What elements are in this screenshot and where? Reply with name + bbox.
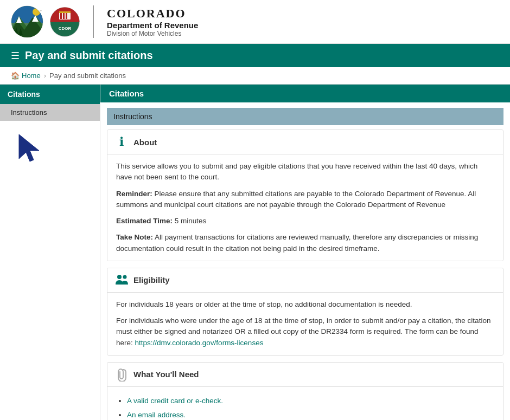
eligibility-body: For individuals 18 years or older at the…	[107, 293, 503, 355]
breadcrumb-separator: ›	[44, 72, 46, 80]
what-section-header: What You'll Need	[107, 363, 503, 387]
home-icon: 🏠	[11, 72, 20, 80]
what-you-need-section: What You'll Need A valid credit card or …	[107, 362, 503, 420]
cursor-indicator	[16, 132, 100, 164]
svg-point-22	[117, 275, 122, 279]
sidebar-item-instructions[interactable]: Instructions	[0, 104, 100, 121]
svg-text:™: ™	[39, 9, 42, 12]
about-para4-rest: All payment transactions for citations a…	[116, 233, 478, 252]
svg-point-23	[123, 275, 127, 279]
eligibility-para1: For individuals 18 years or older at the…	[116, 299, 494, 310]
about-para3-rest: 5 minutes	[173, 217, 206, 225]
what-title: What You'll Need	[133, 370, 199, 379]
org-name-line2: Department of Revenue	[107, 21, 198, 30]
svg-text:CDOR: CDOR	[59, 26, 72, 31]
org-name-line3: Division of Motor Vehicles	[107, 30, 198, 37]
breadcrumb-home-link[interactable]: 🏠 Home	[11, 72, 41, 80]
about-body: This service allows you to submit and pa…	[107, 154, 503, 261]
breadcrumb-home-label: Home	[22, 72, 41, 80]
about-title: About	[133, 138, 157, 147]
about-para3: Estimated Time: 5 minutes	[116, 216, 494, 227]
cdor-logo: CDOR	[50, 7, 80, 37]
what-item-2: An email address.	[127, 410, 494, 420]
eligibility-section: Eligibility For individuals 18 years or …	[107, 268, 503, 356]
svg-marker-21	[19, 134, 39, 161]
org-name-line1: COLORADO	[107, 7, 198, 21]
page-title-bar: ☰ Pay and submit citations	[0, 44, 510, 67]
svg-rect-19	[59, 11, 71, 13]
org-text: COLORADO Department of Revenue Division …	[107, 7, 198, 37]
about-para2: Reminder: Please ensure that any submitt…	[116, 189, 494, 211]
header-divider	[93, 5, 94, 38]
eligibility-para2: For individuals who were under the age o…	[116, 315, 494, 348]
paperclip-icon	[114, 367, 129, 382]
page-title: Pay and submit citations	[25, 49, 153, 62]
about-para3-bold: Estimated Time:	[116, 217, 173, 225]
breadcrumb-current: Pay and submit citations	[49, 72, 126, 80]
content-area: Citations Instructions ℹ About This serv…	[100, 85, 510, 420]
content-header: Citations	[100, 85, 510, 102]
colorado-flag-logo: ™	[11, 5, 43, 38]
eligibility-title: Eligibility	[133, 275, 170, 285]
info-icon: ℹ	[114, 134, 129, 150]
about-para4-bold: Take Note:	[116, 233, 153, 241]
content-body: Instructions ℹ About This service allows…	[100, 108, 510, 420]
sidebar-item-citations[interactable]: Citations	[0, 85, 100, 104]
eligibility-forms-link[interactable]: https://dmv.colorado.gov/forms-licenses	[135, 339, 264, 347]
people-icon	[114, 273, 129, 288]
logo-area: ™ CDOR COLORADO Department of Revenue	[11, 5, 198, 38]
site-header: ™ CDOR COLORADO Department of Revenue	[0, 0, 510, 44]
breadcrumb: 🏠 Home › Pay and submit citations	[0, 67, 510, 85]
about-section: ℹ About This service allows you to submi…	[107, 130, 503, 261]
what-body: A valid credit card or e-check. An email…	[107, 387, 503, 420]
about-para4: Take Note: All payment transactions for …	[116, 232, 494, 254]
about-para1: This service allows you to submit and pa…	[116, 161, 494, 183]
svg-rect-16	[60, 12, 62, 19]
sidebar-sub-label: Instructions	[11, 108, 47, 117]
hamburger-icon[interactable]: ☰	[11, 50, 20, 62]
about-para2-bold: Reminder:	[116, 190, 152, 198]
about-para2-rest: Please ensure that any submitted citatio…	[116, 190, 476, 209]
sidebar: Citations Instructions	[0, 85, 100, 420]
what-item-1: A valid credit card or e-check.	[127, 396, 494, 406]
what-list: A valid credit card or e-check. An email…	[127, 396, 494, 420]
main-layout: Citations Instructions Citations Instruc…	[0, 85, 510, 420]
about-section-header: ℹ About	[107, 130, 503, 154]
eligibility-section-header: Eligibility	[107, 268, 503, 293]
svg-rect-17	[63, 12, 65, 19]
section-title-bar: Instructions	[107, 108, 503, 125]
svg-rect-18	[66, 12, 67, 19]
